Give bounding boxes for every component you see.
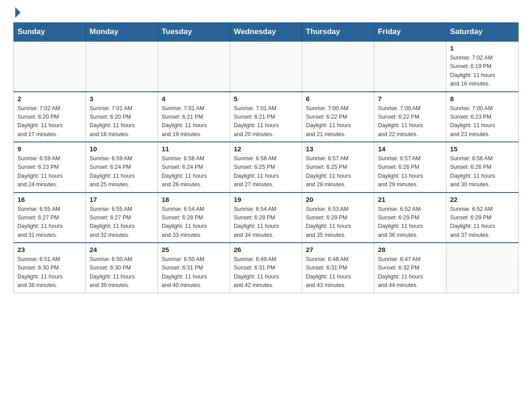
calendar-header-row: SundayMondayTuesdayWednesdayThursdayFrid…: [14, 23, 519, 42]
page-header: [13, 9, 519, 18]
day-number: 13: [306, 145, 370, 153]
day-info: Sunrise: 6:48 AM Sunset: 6:31 PM Dayligh…: [306, 255, 370, 290]
calendar-day-cell: 10Sunrise: 6:59 AM Sunset: 6:24 PM Dayli…: [86, 142, 158, 193]
calendar-week-row: 1Sunrise: 7:02 AM Sunset: 6:19 PM Daylig…: [14, 41, 519, 92]
day-info: Sunrise: 7:01 AM Sunset: 6:21 PM Dayligh…: [162, 104, 226, 139]
day-info: Sunrise: 7:01 AM Sunset: 6:21 PM Dayligh…: [234, 104, 298, 139]
day-info: Sunrise: 6:55 AM Sunset: 6:27 PM Dayligh…: [17, 205, 82, 240]
calendar-day-cell: 7Sunrise: 7:00 AM Sunset: 6:22 PM Daylig…: [374, 92, 446, 142]
day-info: Sunrise: 7:01 AM Sunset: 6:20 PM Dayligh…: [90, 104, 154, 139]
calendar-day-header: Sunday: [14, 23, 86, 42]
calendar-day-header: Thursday: [302, 23, 374, 42]
day-info: Sunrise: 6:58 AM Sunset: 6:25 PM Dayligh…: [234, 154, 298, 189]
calendar-day-cell: 24Sunrise: 6:50 AM Sunset: 6:30 PM Dayli…: [86, 243, 158, 293]
calendar-day-cell: 5Sunrise: 7:01 AM Sunset: 6:21 PM Daylig…: [230, 92, 302, 142]
calendar-day-cell: [14, 41, 86, 92]
calendar-week-row: 9Sunrise: 6:59 AM Sunset: 6:23 PM Daylig…: [14, 142, 519, 193]
calendar-day-cell: 22Sunrise: 6:52 AM Sunset: 6:29 PM Dayli…: [446, 193, 518, 243]
day-info: Sunrise: 6:56 AM Sunset: 6:26 PM Dayligh…: [450, 154, 515, 189]
day-info: Sunrise: 6:59 AM Sunset: 6:24 PM Dayligh…: [90, 154, 154, 189]
day-number: 11: [162, 145, 226, 153]
calendar-day-header: Monday: [86, 23, 158, 42]
calendar-week-row: 16Sunrise: 6:55 AM Sunset: 6:27 PM Dayli…: [14, 193, 519, 243]
day-info: Sunrise: 7:02 AM Sunset: 6:19 PM Dayligh…: [450, 54, 515, 89]
calendar-week-row: 2Sunrise: 7:02 AM Sunset: 6:20 PM Daylig…: [14, 92, 519, 142]
day-number: 6: [306, 95, 370, 103]
logo: [13, 9, 21, 18]
calendar-day-cell: 13Sunrise: 6:57 AM Sunset: 6:25 PM Dayli…: [302, 142, 374, 193]
day-info: Sunrise: 6:53 AM Sunset: 6:29 PM Dayligh…: [306, 205, 370, 240]
day-info: Sunrise: 7:00 AM Sunset: 6:22 PM Dayligh…: [306, 104, 370, 139]
day-number: 26: [234, 246, 298, 253]
day-info: Sunrise: 6:47 AM Sunset: 6:32 PM Dayligh…: [378, 255, 442, 290]
calendar-day-cell: [158, 41, 230, 92]
day-number: 4: [162, 95, 226, 103]
calendar-day-cell: 17Sunrise: 6:55 AM Sunset: 6:27 PM Dayli…: [86, 193, 158, 243]
calendar-day-cell: 23Sunrise: 6:51 AM Sunset: 6:30 PM Dayli…: [14, 243, 86, 293]
calendar-day-cell: 14Sunrise: 6:57 AM Sunset: 6:26 PM Dayli…: [374, 142, 446, 193]
day-info: Sunrise: 6:49 AM Sunset: 6:31 PM Dayligh…: [234, 255, 298, 290]
day-info: Sunrise: 6:57 AM Sunset: 6:26 PM Dayligh…: [378, 154, 442, 189]
calendar-day-cell: 4Sunrise: 7:01 AM Sunset: 6:21 PM Daylig…: [158, 92, 230, 142]
day-number: 21: [378, 196, 442, 203]
day-number: 23: [17, 246, 82, 253]
calendar-day-cell: 26Sunrise: 6:49 AM Sunset: 6:31 PM Dayli…: [230, 243, 302, 293]
calendar-day-cell: 9Sunrise: 6:59 AM Sunset: 6:23 PM Daylig…: [14, 142, 86, 193]
day-number: 5: [234, 95, 298, 103]
calendar-day-header: Tuesday: [158, 23, 230, 42]
calendar-day-cell: 25Sunrise: 6:50 AM Sunset: 6:31 PM Dayli…: [158, 243, 230, 293]
day-info: Sunrise: 6:52 AM Sunset: 6:29 PM Dayligh…: [450, 205, 515, 240]
calendar-day-cell: 28Sunrise: 6:47 AM Sunset: 6:32 PM Dayli…: [374, 243, 446, 293]
calendar-day-cell: 8Sunrise: 7:00 AM Sunset: 6:23 PM Daylig…: [446, 92, 518, 142]
day-info: Sunrise: 6:55 AM Sunset: 6:27 PM Dayligh…: [90, 205, 154, 240]
day-number: 27: [306, 246, 370, 253]
day-number: 28: [378, 246, 442, 253]
day-number: 22: [450, 196, 515, 203]
calendar-day-cell: [374, 41, 446, 92]
day-info: Sunrise: 6:50 AM Sunset: 6:31 PM Dayligh…: [162, 255, 226, 290]
day-number: 17: [90, 196, 154, 203]
calendar-day-cell: 15Sunrise: 6:56 AM Sunset: 6:26 PM Dayli…: [446, 142, 518, 193]
calendar-day-header: Wednesday: [230, 23, 302, 42]
day-info: Sunrise: 6:52 AM Sunset: 6:29 PM Dayligh…: [378, 205, 442, 240]
day-number: 1: [450, 44, 515, 52]
calendar-day-cell: 11Sunrise: 6:58 AM Sunset: 6:24 PM Dayli…: [158, 142, 230, 193]
calendar-day-cell: [446, 243, 518, 293]
calendar-table: SundayMondayTuesdayWednesdayThursdayFrid…: [13, 22, 519, 293]
day-info: Sunrise: 6:51 AM Sunset: 6:30 PM Dayligh…: [17, 255, 82, 290]
calendar-day-cell: [86, 41, 158, 92]
day-info: Sunrise: 7:00 AM Sunset: 6:23 PM Dayligh…: [450, 104, 515, 139]
day-number: 3: [90, 95, 154, 103]
day-number: 10: [90, 145, 154, 153]
day-info: Sunrise: 6:57 AM Sunset: 6:25 PM Dayligh…: [306, 154, 370, 189]
day-info: Sunrise: 6:58 AM Sunset: 6:24 PM Dayligh…: [162, 154, 226, 189]
day-number: 16: [17, 196, 82, 203]
calendar-day-header: Saturday: [446, 23, 518, 42]
calendar-day-cell: [302, 41, 374, 92]
calendar-day-cell: 12Sunrise: 6:58 AM Sunset: 6:25 PM Dayli…: [230, 142, 302, 193]
day-info: Sunrise: 6:54 AM Sunset: 6:28 PM Dayligh…: [162, 205, 226, 240]
day-number: 2: [17, 95, 82, 103]
day-info: Sunrise: 6:59 AM Sunset: 6:23 PM Dayligh…: [17, 154, 82, 189]
calendar-day-cell: 3Sunrise: 7:01 AM Sunset: 6:20 PM Daylig…: [86, 92, 158, 142]
day-number: 12: [234, 145, 298, 153]
calendar-day-cell: 19Sunrise: 6:54 AM Sunset: 6:28 PM Dayli…: [230, 193, 302, 243]
calendar-day-cell: 18Sunrise: 6:54 AM Sunset: 6:28 PM Dayli…: [158, 193, 230, 243]
calendar-day-cell: [230, 41, 302, 92]
day-info: Sunrise: 7:00 AM Sunset: 6:22 PM Dayligh…: [378, 104, 442, 139]
day-number: 15: [450, 145, 515, 153]
day-number: 20: [306, 196, 370, 203]
day-info: Sunrise: 6:50 AM Sunset: 6:30 PM Dayligh…: [90, 255, 154, 290]
day-number: 14: [378, 145, 442, 153]
day-number: 9: [17, 145, 82, 153]
day-number: 18: [162, 196, 226, 203]
day-number: 19: [234, 196, 298, 203]
day-info: Sunrise: 7:02 AM Sunset: 6:20 PM Dayligh…: [17, 104, 82, 139]
calendar-day-cell: 1Sunrise: 7:02 AM Sunset: 6:19 PM Daylig…: [446, 41, 518, 92]
calendar-week-row: 23Sunrise: 6:51 AM Sunset: 6:30 PM Dayli…: [14, 243, 519, 293]
calendar-day-cell: 27Sunrise: 6:48 AM Sunset: 6:31 PM Dayli…: [302, 243, 374, 293]
day-info: Sunrise: 6:54 AM Sunset: 6:28 PM Dayligh…: [234, 205, 298, 240]
logo-arrow-icon: [15, 7, 21, 18]
day-number: 25: [162, 246, 226, 253]
calendar-day-cell: 6Sunrise: 7:00 AM Sunset: 6:22 PM Daylig…: [302, 92, 374, 142]
